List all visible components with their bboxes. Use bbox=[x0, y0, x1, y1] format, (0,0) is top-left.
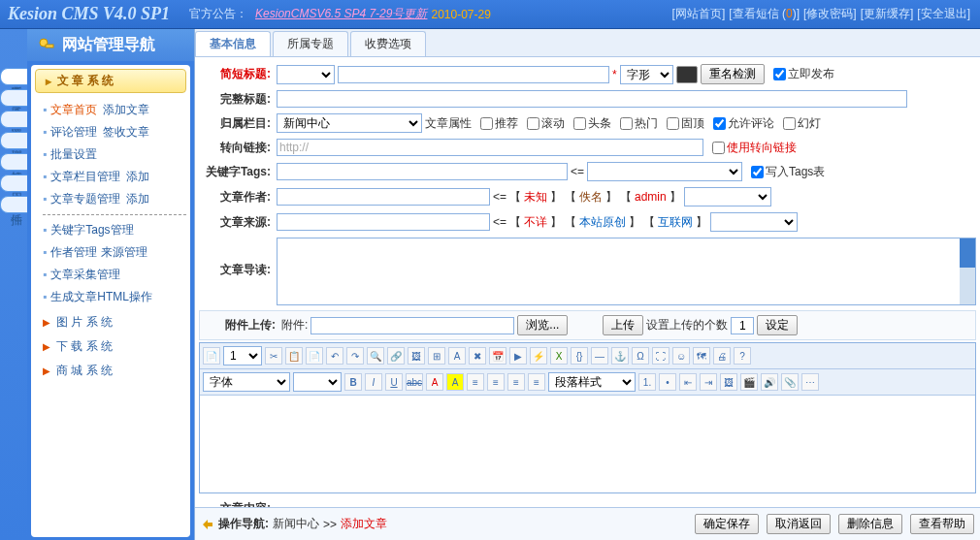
para-style-select[interactable]: 段落样式 bbox=[548, 372, 636, 392]
author-admin-link[interactable]: admin bbox=[635, 190, 667, 204]
browse-btn[interactable]: 浏览... bbox=[517, 315, 568, 335]
align-justify-icon[interactable]: ≡ bbox=[528, 373, 545, 391]
color-picker-btn[interactable] bbox=[676, 66, 698, 83]
vtab-model[interactable]: 模型 bbox=[0, 132, 27, 149]
copy-icon[interactable]: 📋 bbox=[285, 347, 303, 365]
delete-btn[interactable]: 删除信息 bbox=[838, 514, 902, 534]
vtab-settings[interactable]: 设置 bbox=[0, 111, 27, 128]
redirect-input[interactable] bbox=[277, 139, 703, 156]
list-ul-icon[interactable]: • bbox=[659, 373, 676, 391]
intro-textarea[interactable] bbox=[277, 238, 976, 305]
image-icon[interactable]: 🖼 bbox=[408, 347, 425, 365]
nav-item[interactable]: 生成文章HTML操作 bbox=[43, 286, 186, 308]
nav-item[interactable]: 评论管理签收文章 bbox=[43, 121, 186, 143]
excel-icon[interactable]: X bbox=[550, 347, 568, 365]
link-icon[interactable]: 🔗 bbox=[387, 347, 405, 365]
clear-icon[interactable]: ✖ bbox=[469, 347, 486, 365]
indent-icon[interactable]: ⇥ bbox=[700, 373, 717, 391]
vtab-plugin[interactable]: 插件 bbox=[0, 196, 27, 213]
undo-icon[interactable]: ↶ bbox=[326, 347, 343, 365]
nav-item[interactable]: 关键字Tags管理 bbox=[43, 219, 186, 241]
tab-fee[interactable]: 收费选项 bbox=[350, 31, 426, 56]
short-title-select[interactable] bbox=[277, 65, 335, 84]
code-icon[interactable]: {} bbox=[571, 347, 588, 365]
tab-special[interactable]: 所属专题 bbox=[273, 31, 348, 56]
font-size-select[interactable] bbox=[293, 372, 342, 392]
top-msg-link[interactable]: [查看短信 (0)] bbox=[729, 6, 800, 22]
redo-icon[interactable]: ↷ bbox=[346, 347, 364, 365]
align-left-icon[interactable]: ≡ bbox=[467, 373, 484, 391]
top-cache-link[interactable]: [更新缓存] bbox=[861, 6, 914, 22]
print-icon[interactable]: 🖨 bbox=[713, 347, 731, 365]
outdent-icon[interactable]: ⇤ bbox=[679, 373, 697, 391]
column-select[interactable]: 新闻中心 bbox=[277, 113, 422, 133]
underline-icon[interactable]: U bbox=[385, 373, 403, 391]
attr-scroll-cb[interactable] bbox=[527, 117, 539, 130]
attr-hot-cb[interactable] bbox=[620, 117, 633, 130]
find-icon[interactable]: 🔍 bbox=[367, 347, 384, 365]
strike-icon[interactable]: abc bbox=[406, 373, 423, 391]
publish-now-cb[interactable] bbox=[773, 68, 786, 80]
nav-item[interactable]: 批量设置 bbox=[43, 143, 186, 166]
attach-path-input[interactable] bbox=[310, 317, 514, 334]
nav-item[interactable]: 文章采集管理 bbox=[43, 264, 186, 286]
notice-link[interactable]: KesionCMSV6.5 SP4 7-29号更新 bbox=[255, 6, 427, 22]
source-input[interactable] bbox=[277, 213, 490, 231]
forecolor-icon[interactable]: A bbox=[426, 373, 443, 391]
use-redirect-cb[interactable] bbox=[712, 142, 725, 154]
tab-basic[interactable]: 基本信息 bbox=[195, 31, 271, 56]
bold-icon[interactable]: B bbox=[344, 373, 362, 391]
nav-sys-download[interactable]: 下 载 系 统 bbox=[35, 334, 186, 359]
font-icon[interactable]: A bbox=[448, 347, 466, 365]
paste-icon[interactable]: 📄 bbox=[306, 347, 323, 365]
attr-top-cb[interactable] bbox=[667, 117, 679, 130]
top-exit-link[interactable]: [安全退出] bbox=[917, 6, 970, 22]
tags-select[interactable] bbox=[587, 162, 742, 181]
hr-icon[interactable]: — bbox=[591, 347, 608, 365]
backcolor-icon[interactable]: A bbox=[446, 373, 464, 391]
list-ol-icon[interactable]: 1. bbox=[638, 373, 656, 391]
rename-check-btn[interactable]: 重名检测 bbox=[701, 64, 765, 84]
attach-icon[interactable]: 📎 bbox=[781, 373, 799, 391]
nav-item[interactable]: 作者管理 来源管理 bbox=[43, 241, 186, 264]
map-icon[interactable]: 🗺 bbox=[693, 347, 710, 365]
media-icon[interactable]: ▶ bbox=[509, 347, 527, 365]
upload-btn[interactable]: 上传 bbox=[603, 315, 643, 335]
write-tags-cb[interactable] bbox=[751, 166, 764, 178]
vtab-sub[interactable]: 子系统 bbox=[0, 89, 27, 107]
vtab-main[interactable]: 主系统 bbox=[0, 68, 27, 85]
symbol-icon[interactable]: Ω bbox=[632, 347, 649, 365]
fullscreen-icon[interactable]: ⛶ bbox=[652, 347, 670, 365]
nav-item[interactable]: 文章专题管理添加 bbox=[43, 188, 186, 210]
tags-input[interactable] bbox=[277, 163, 568, 180]
help-btn[interactable]: 查看帮助 bbox=[910, 514, 974, 534]
top-pwd-link[interactable]: [修改密码] bbox=[803, 6, 857, 22]
author-select[interactable] bbox=[684, 187, 771, 206]
anchor-icon[interactable]: ⚓ bbox=[611, 347, 629, 365]
table-icon[interactable]: ⊞ bbox=[428, 347, 445, 365]
font-family-select[interactable]: 字体 bbox=[203, 372, 290, 392]
source-select[interactable] bbox=[710, 212, 798, 232]
attr-recommend-cb[interactable] bbox=[480, 117, 493, 130]
scrollbar[interactable] bbox=[960, 238, 975, 304]
flash-icon[interactable]: ⚡ bbox=[530, 347, 547, 365]
vtab-tag[interactable]: 标签 bbox=[0, 153, 27, 171]
cut-icon[interactable]: ✂ bbox=[265, 347, 282, 365]
source-unknown-link[interactable]: 不详 bbox=[524, 214, 547, 231]
author-input[interactable] bbox=[277, 188, 490, 206]
nav-section-article[interactable]: 文 章 系 统 bbox=[35, 69, 186, 93]
top-home-link[interactable]: [网站首页] bbox=[672, 6, 726, 22]
new-icon[interactable]: 📄 bbox=[203, 347, 220, 365]
video-icon[interactable]: 🎬 bbox=[740, 373, 758, 391]
author-unknown-link[interactable]: 未知 bbox=[524, 189, 547, 206]
author-anon-link[interactable]: 佚名 bbox=[579, 189, 603, 206]
upload-count-input[interactable] bbox=[731, 317, 754, 334]
zoom-select[interactable]: 1 bbox=[223, 346, 262, 365]
nav-item[interactable]: 文章首页添加文章 bbox=[43, 99, 186, 121]
italic-icon[interactable]: I bbox=[365, 373, 382, 391]
save-btn[interactable]: 确定保存 bbox=[695, 514, 759, 534]
source-internet-link[interactable]: 互联网 bbox=[658, 214, 693, 231]
allow-comment-cb[interactable] bbox=[713, 117, 726, 130]
more-icon[interactable]: ⋯ bbox=[801, 373, 819, 391]
align-center-icon[interactable]: ≡ bbox=[487, 373, 505, 391]
